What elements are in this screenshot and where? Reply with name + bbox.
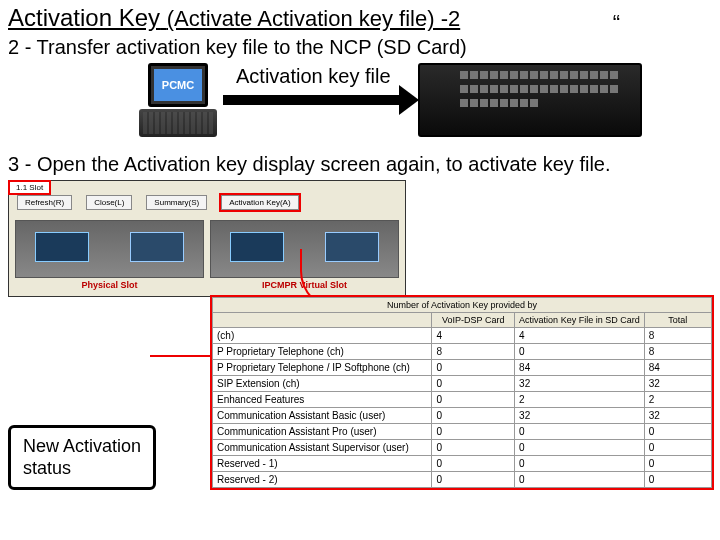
col-dsp: VoIP-DSP Card bbox=[432, 313, 515, 328]
table-cell: 0 bbox=[644, 440, 711, 456]
activation-key-table: VoIP-DSP Card Activation Key File in SD … bbox=[212, 312, 712, 488]
table-row: Reserved - 1)000 bbox=[213, 456, 712, 472]
table-cell: 32 bbox=[644, 408, 711, 424]
table-row: (ch)448 bbox=[213, 328, 712, 344]
table-row: SIP Extension (ch)03232 bbox=[213, 376, 712, 392]
col-total: Total bbox=[644, 313, 711, 328]
table-cell: 4 bbox=[515, 328, 645, 344]
virtual-slot-label: IPCMPR Virtual Slot bbox=[210, 278, 399, 294]
laptop-icon: PCMC bbox=[138, 63, 218, 143]
activation-key-button[interactable]: Activation Key(A) bbox=[221, 195, 298, 210]
transfer-diagram: PCMC Activation key file bbox=[8, 63, 712, 153]
table-cell: Communication Assistant Basic (user) bbox=[213, 408, 432, 424]
table-cell: 0 bbox=[644, 472, 711, 488]
table-cell: 0 bbox=[432, 440, 515, 456]
table-cell: 0 bbox=[432, 424, 515, 440]
table-cell: P Proprietary Telephone (ch) bbox=[213, 344, 432, 360]
table-cell: (ch) bbox=[213, 328, 432, 344]
table-row: Communication Assistant Supervisor (user… bbox=[213, 440, 712, 456]
table-row: P Proprietary Telephone / IP Softphone (… bbox=[213, 360, 712, 376]
table-cell: Communication Assistant Supervisor (user… bbox=[213, 440, 432, 456]
table-cell: 84 bbox=[515, 360, 645, 376]
table-cell: Communication Assistant Pro (user) bbox=[213, 424, 432, 440]
table-cell: 0 bbox=[515, 472, 645, 488]
table-superheader: Number of Activation Key provided by bbox=[212, 297, 712, 312]
pbx-device-icon bbox=[418, 63, 642, 137]
slot-tab[interactable]: 1.1 Slot bbox=[8, 180, 51, 195]
table-cell: 0 bbox=[432, 360, 515, 376]
table-cell: SIP Extension (ch) bbox=[213, 376, 432, 392]
red-callout-line-2 bbox=[150, 355, 212, 467]
table-row: P Proprietary Telephone (ch)808 bbox=[213, 344, 712, 360]
activation-key-table-panel: Number of Activation Key provided by VoI… bbox=[210, 295, 714, 490]
virtual-slot-image bbox=[210, 220, 399, 278]
table-row: Reserved - 2)000 bbox=[213, 472, 712, 488]
col-feature bbox=[213, 313, 432, 328]
step-2-text: 2 - Transfer activation key file to the … bbox=[0, 32, 720, 63]
table-cell: 0 bbox=[515, 440, 645, 456]
arrow-icon bbox=[223, 95, 403, 105]
table-cell: 8 bbox=[644, 328, 711, 344]
table-cell: 0 bbox=[515, 344, 645, 360]
table-cell: 0 bbox=[644, 424, 711, 440]
table-cell: 4 bbox=[432, 328, 515, 344]
slot-screenshot: 1.1 Slot Refresh(R) Close(L) Summary(S) … bbox=[8, 180, 406, 297]
callout-text: New Activation status bbox=[23, 436, 141, 478]
refresh-button[interactable]: Refresh(R) bbox=[17, 195, 72, 210]
table-cell: P Proprietary Telephone / IP Softphone (… bbox=[213, 360, 432, 376]
table-cell: 32 bbox=[515, 376, 645, 392]
table-cell: 84 bbox=[644, 360, 711, 376]
physical-slot-label: Physical Slot bbox=[15, 278, 204, 294]
table-cell: 0 bbox=[432, 408, 515, 424]
close-button[interactable]: Close(L) bbox=[86, 195, 132, 210]
table-cell: 8 bbox=[644, 344, 711, 360]
arrow-label: Activation key file bbox=[236, 65, 391, 88]
table-row: Communication Assistant Pro (user)000 bbox=[213, 424, 712, 440]
table-cell: 0 bbox=[515, 424, 645, 440]
table-cell: 2 bbox=[515, 392, 645, 408]
table-row: Enhanced Features022 bbox=[213, 392, 712, 408]
col-file: Activation Key File in SD Card bbox=[515, 313, 645, 328]
table-cell: 8 bbox=[432, 344, 515, 360]
table-cell: 0 bbox=[432, 376, 515, 392]
quote-mark: “ bbox=[613, 10, 620, 36]
table-cell: 0 bbox=[432, 456, 515, 472]
step-3-text: 3 - Open the Activation key display scre… bbox=[0, 153, 720, 180]
table-cell: Reserved - 1) bbox=[213, 456, 432, 472]
table-cell: Enhanced Features bbox=[213, 392, 432, 408]
physical-slot-image bbox=[15, 220, 204, 278]
table-cell: 32 bbox=[515, 408, 645, 424]
title-main: Activation Key bbox=[8, 4, 160, 31]
table-cell: 0 bbox=[432, 392, 515, 408]
title-sub: (Activate Activation key file) -2 bbox=[167, 6, 460, 31]
table-cell: Reserved - 2) bbox=[213, 472, 432, 488]
slot-toolbar: Refresh(R) Close(L) Summary(S) Activatio… bbox=[9, 181, 405, 216]
summary-button[interactable]: Summary(S) bbox=[146, 195, 207, 210]
table-cell: 2 bbox=[644, 392, 711, 408]
table-row: Communication Assistant Basic (user)0323… bbox=[213, 408, 712, 424]
table-cell: 32 bbox=[644, 376, 711, 392]
table-cell: 0 bbox=[432, 472, 515, 488]
table-cell: 0 bbox=[644, 456, 711, 472]
new-activation-status-callout: New Activation status bbox=[8, 425, 156, 490]
laptop-screen-label: PCMC bbox=[154, 69, 202, 101]
table-cell: 0 bbox=[515, 456, 645, 472]
